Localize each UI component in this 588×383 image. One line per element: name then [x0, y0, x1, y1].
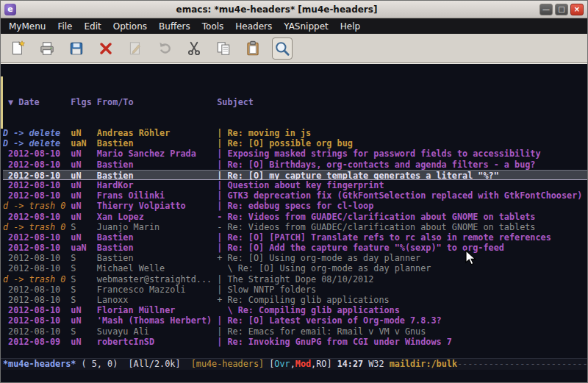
message-row[interactable]: D -> delete uN Andreas Röhler | Re: movi… — [3, 128, 587, 138]
message-row[interactable]: 2012-08-10 uN Mario Sanchez Prada | Expo… — [3, 148, 587, 159]
emacs-icon: e — [4, 4, 16, 15]
buffer-area[interactable]: ▼ Date Flgs From/To Subject D -> delete … — [1, 63, 587, 358]
cell-from: HardKor — [97, 180, 217, 190]
message-row[interactable]: d -> trash 0 uN Thierry Volpiatto | Re: … — [3, 201, 587, 211]
message-row[interactable]: 2012-08-10 S Bastien + Re: [O] Using org… — [3, 253, 587, 263]
cell-subject: | Exposing masked strings for password f… — [217, 148, 540, 159]
cell-subject: | Re: [O] Birthdays, org-contacts and ag… — [217, 160, 535, 170]
titlebar[interactable]: e emacs: *mu4e-headers* [mu4e-headers] —… — [1, 1, 587, 18]
cell-flags: uaN — [71, 243, 97, 253]
cell-from: Andreas Röhler — [97, 128, 217, 138]
new-file-button[interactable] — [8, 38, 27, 59]
message-row[interactable]: D -> delete uaN Bastien | Re: [O] possib… — [3, 138, 587, 148]
cell-from: Thierry Volpiatto — [97, 201, 217, 211]
cell-from: Francesco Mazzoli — [97, 284, 217, 295]
cell-flags: uN — [71, 212, 97, 222]
save-icon — [68, 40, 85, 57]
cut-button[interactable] — [184, 38, 204, 59]
cell-date: D -> delete — [3, 128, 71, 138]
toolbar — [1, 34, 587, 63]
cell-date: 2012-08-10 — [3, 305, 71, 315]
cell-flags: uN — [71, 160, 97, 170]
menu-item-help[interactable]: Help — [334, 20, 366, 33]
menubar: MyMenuFileEditOptionsBuffersToolsHeaders… — [1, 18, 587, 34]
menu-item-mymenu[interactable]: MyMenu — [3, 20, 51, 33]
copy-button[interactable] — [214, 38, 233, 59]
close-buffer-icon — [97, 40, 115, 57]
cell-subject: - Re: Videos from GUADEC/clarification a… — [217, 212, 535, 222]
message-row[interactable]: 2012-08-10 uN Xan Lopez - Re: Videos fro… — [3, 212, 587, 222]
cell-from: Frans Oilinki — [97, 190, 217, 201]
message-row[interactable]: d -> trash 0 S webmaster@straightd... | … — [3, 274, 587, 284]
menu-item-options[interactable]: Options — [107, 20, 153, 33]
modeline-plain: ( 5, 0) [All/2.0k] — [76, 359, 190, 369]
cell-from: Bastien — [97, 160, 217, 170]
cell-date: 2012-08-10 — [3, 295, 71, 305]
save-as-icon — [126, 40, 144, 57]
undo-button — [155, 38, 174, 59]
message-row[interactable]: 2012-08-10 uaN Bastien | Re: [O] Add the… — [3, 243, 587, 253]
save-as-button — [126, 38, 145, 59]
cell-date: d -> trash 0 — [3, 201, 71, 211]
cell-date: 2012-08-10 — [3, 326, 71, 337]
maximize-button[interactable]: □ — [555, 4, 568, 15]
cell-subject: \ Re: [O] Using org-mode as day planner — [217, 263, 431, 273]
message-row[interactable]: 2012-08-10 uN Frans Oilinki | GTK3 depre… — [3, 190, 587, 201]
cell-subject: + Re: [O] Using org-mode as day planner — [217, 253, 420, 263]
cell-flags: S — [71, 284, 97, 295]
cell-from: Mario Sanchez Prada — [97, 148, 217, 159]
print-button[interactable] — [37, 38, 57, 59]
cell-from: 'Mash (Thomas Herbert) — [97, 315, 217, 326]
cell-flags: uN — [71, 171, 97, 180]
cell-subject: | Slow NNTP folders — [217, 284, 316, 295]
modeline-major: [mu4e-headers] — [191, 359, 264, 369]
message-row[interactable]: 2012-08-10 uN Bastien | Re: [O] [PATCH] … — [3, 232, 587, 243]
cell-from: webmaster@straightd... — [97, 274, 217, 284]
menu-item-yasnippet[interactable]: YASnippet — [278, 20, 334, 33]
cell-subject: + Re: Compiling glib applications — [217, 295, 389, 305]
message-row[interactable]: 2012-08-09 uN robertcInSD | Re: Invoking… — [3, 337, 587, 347]
message-row[interactable]: d -> trash 0 S Juanjo Marin - Re: Videos… — [3, 222, 587, 232]
cell-flags: uN — [71, 128, 97, 138]
message-row[interactable]: 2012-08-10 uN Florian Müllner \ Re: Comp… — [3, 305, 587, 315]
cell-from: robertcInSD — [97, 337, 217, 347]
cell-date: 2012-08-09 — [3, 337, 71, 347]
minimize-button[interactable]: — — [539, 4, 553, 15]
close-buffer-button[interactable] — [96, 38, 115, 59]
message-row[interactable]: 2012-08-10 uN Bastien | Re: [O] my captu… — [3, 170, 587, 180]
menu-item-headers[interactable]: Headers — [229, 20, 278, 33]
copy-icon — [215, 40, 232, 57]
cell-from: Bastien — [97, 232, 217, 243]
message-row[interactable]: 2012-08-10 uN Bastien | Re: [O] Birthday… — [3, 160, 587, 170]
echo-area[interactable] — [1, 370, 587, 382]
modeline-plain: W32 — [363, 359, 390, 369]
modeline-path: maildir:/bulk — [390, 359, 457, 369]
message-row[interactable]: 2012-08-10 S Lanoxx + Re: Compiling glib… — [3, 295, 587, 305]
cell-date: 2012-08-10 — [3, 148, 71, 159]
undo-icon — [156, 40, 173, 57]
search-button[interactable] — [273, 38, 292, 59]
cell-from: Lanoxx — [97, 295, 217, 305]
message-row[interactable]: 2012-08-10 S Suvayu Ali | Re: Emacs for … — [3, 326, 587, 337]
cell-flags: uN — [71, 305, 97, 315]
scrollbar-thumb[interactable] — [1, 76, 3, 129]
message-row[interactable]: 2012-08-10 S Francesco Mazzoli | Slow NN… — [3, 284, 587, 295]
modeline[interactable]: *mu4e-headers* ( 5, 0) [All/2.0k] [mu4e-… — [1, 358, 587, 370]
menu-item-file[interactable]: File — [51, 20, 78, 33]
menu-item-tools[interactable]: Tools — [196, 20, 230, 33]
menu-item-buffers[interactable]: Buffers — [153, 20, 196, 33]
message-row[interactable]: 2012-08-10 uN 'Mash (Thomas Herbert) | R… — [3, 315, 587, 326]
header-line[interactable]: ▼ Date Flgs From/To Subject — [3, 96, 587, 107]
close-button[interactable]: × — [570, 4, 584, 15]
message-row[interactable]: 2012-08-10 uN HardKor | Question about k… — [3, 180, 587, 190]
message-row[interactable]: 2012-08-10 S Michael Welle \ Re: [O] Usi… — [3, 263, 587, 273]
cell-flags: uN — [71, 315, 97, 326]
cell-subject: | Re: [O] Latest version of Org-mode 7.8… — [217, 315, 441, 326]
search-icon — [273, 40, 291, 57]
menu-item-edit[interactable]: Edit — [79, 20, 107, 33]
cell-flags: S — [71, 222, 97, 232]
save-button[interactable] — [67, 38, 86, 59]
cell-flags: uN — [71, 337, 97, 347]
cell-subject: | Re: Emacs for email: Rmail v VM v Gnus — [217, 326, 426, 337]
paste-button[interactable] — [243, 38, 262, 59]
